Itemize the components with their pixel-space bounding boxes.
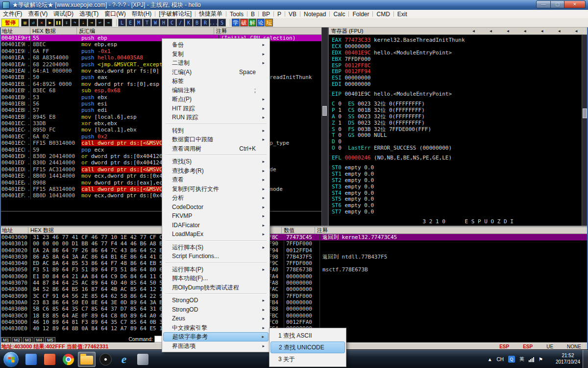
menubar-item[interactable]: 选项(T) xyxy=(76,10,101,18)
context-menu-item[interactable]: 复制▸ xyxy=(163,50,269,59)
stack-row[interactable]: 0012FFB400000000 xyxy=(250,299,588,306)
run-icon[interactable]: ▶ xyxy=(46,19,54,26)
disassembly-row[interactable]: 00401EC2.33DBxor ebx,ebx xyxy=(0,120,321,127)
register-line[interactable]: EIP 00401E9C hello.<ModuleEntryPoint> xyxy=(332,91,582,98)
context-menu-item[interactable]: 转到▸ xyxy=(163,126,269,135)
toolbar-plugin-button[interactable]: M xyxy=(135,19,143,26)
context-menu-item[interactable]: 备份▸ xyxy=(163,40,269,50)
stack-row[interactable]: 0012FF9877B437F5返回到 ntdll.77B437F5 xyxy=(250,254,588,260)
disassembly-row[interactable]: 00401EC4.895D FCmov [local.1],ebx xyxy=(0,127,321,133)
menubar-item[interactable]: B xyxy=(248,11,258,18)
disassembly-row[interactable]: 00401EDE.FF15 AC314000call dword ptr ds:… xyxy=(0,166,321,173)
context-menu-item[interactable]: 查看调用树Ctrl+K xyxy=(163,144,269,154)
trace-into-icon[interactable]: ⇣ xyxy=(79,19,87,26)
register-line[interactable]: T 0 GS 0000 NULL xyxy=(332,132,582,139)
context-menu-item[interactable]: 断点(P)▸ xyxy=(163,95,269,104)
context-menu-item[interactable]: 超级字串参考▸ xyxy=(163,332,269,342)
context-menu-item[interactable]: StrongOD▸ xyxy=(163,296,269,305)
stack-row[interactable]: 0012FFAC00000000 xyxy=(250,286,588,292)
disassembly-row[interactable]: 00401ED7.830D 24414000or dword ptr ds:[0… xyxy=(0,159,321,166)
menubar-item[interactable]: CMD xyxy=(373,11,392,18)
disassembly-row[interactable]: 00401EE4.8B0D 14414000mov ecx,dword ptr … xyxy=(0,173,321,179)
disassembly-row[interactable]: 00401EBF.8945 E8mov [local.6],esp xyxy=(0,114,321,120)
disassembly-row[interactable]: 00401EEA.8908mov dword ptr ds:[eax],ecx xyxy=(0,180,321,186)
context-menu-item[interactable]: 编辑注释; xyxy=(163,86,269,95)
toolbar-plugin-button[interactable]: S xyxy=(218,19,226,26)
register-line[interactable]: EDI 00000000 xyxy=(332,81,582,88)
menubar-item[interactable]: [学破解论坛] xyxy=(156,10,195,18)
stack-row[interactable]: 0012FFB07FFDF000 xyxy=(250,293,588,299)
context-menu-item[interactable]: 中文搜索引擎▸ xyxy=(163,323,269,333)
context-menu-item[interactable]: 二进制▸ xyxy=(163,58,269,68)
disassembly-row[interactable]: 00401EC9.FF15 B0314000call dword ptr ds:… xyxy=(0,140,321,146)
disassembly-row[interactable]: 00401EBE.57push edi xyxy=(0,107,321,113)
menubar-item[interactable]: Exit xyxy=(394,11,410,18)
disassembly-row[interactable]: 00401EA1.68 A8354000push hello.004035A8 xyxy=(0,54,321,61)
menubar-item[interactable]: 帮助(H) xyxy=(129,10,155,18)
collapse-arrow-icon[interactable]: ◄ xyxy=(489,29,492,33)
context-menu-item[interactable]: 查看▸ xyxy=(163,175,269,184)
trace-over-icon[interactable]: ⇥ xyxy=(88,19,96,26)
open-icon[interactable]: ▤ xyxy=(21,19,29,26)
context-menu-item[interactable]: StrongOD▸ xyxy=(163,305,269,315)
menubar-item[interactable]: Notepad xyxy=(301,11,329,18)
stack-row[interactable]: 0012FFA400000000 xyxy=(250,273,588,280)
context-menu-item[interactable]: 汇编(A)Space xyxy=(163,68,269,77)
context-menu-item[interactable]: 数据窗口中跟随▸ xyxy=(163,135,269,144)
disassembly-row[interactable]: 00401EB2.64:8925 0000mov dword ptr fs:[0… xyxy=(0,81,321,87)
disassembly-row[interactable]: 00401ECF.59pop ecx xyxy=(0,147,321,153)
tray-qq-icon[interactable]: Q xyxy=(508,356,515,363)
menubar-item[interactable]: 窗口(W) xyxy=(101,10,128,18)
disassembly-row[interactable]: 00401E9D.8BECmov ebp,esp xyxy=(0,41,321,48)
collapse-arrow-icon[interactable]: ◄ xyxy=(523,29,527,33)
toolbar-plugin-button[interactable]: W xyxy=(151,19,159,26)
tray-action-center-icon[interactable]: ⚑ xyxy=(539,357,543,362)
context-menu-item[interactable]: 标签 xyxy=(163,77,269,86)
taskbar-app-disc[interactable] xyxy=(97,352,114,367)
taskbar-app-gray[interactable] xyxy=(134,352,151,367)
toolbar-plugin-button[interactable]: K xyxy=(185,19,193,26)
menubar-item[interactable]: Calc xyxy=(330,11,348,18)
close-process-icon[interactable]: ✕ xyxy=(38,19,46,26)
close-button[interactable]: ✕ xyxy=(564,0,586,8)
stack-row[interactable]: 0012FF907FFDF000 xyxy=(250,240,588,247)
collapse-arrow-icon[interactable]: ◄ xyxy=(506,29,510,33)
taskbar-clock[interactable]: 21:52 2017/10/24 xyxy=(556,352,580,365)
disassembly-row[interactable]: 00401ED0.830D 20414000or dword ptr ds:[0… xyxy=(0,153,321,159)
taskbar-explorer[interactable] xyxy=(78,352,96,367)
context-menu-item[interactable]: Zeus▸ xyxy=(163,314,269,323)
menubar-item[interactable]: 查看(V) xyxy=(25,10,50,18)
step-over-icon[interactable]: ↷ xyxy=(71,19,79,26)
context-menu-item[interactable]: Script Functions... xyxy=(163,252,269,261)
taskbar-chrome[interactable] xyxy=(59,352,77,367)
tray-ime-mode[interactable]: 英 xyxy=(519,356,524,363)
scrollbar-thumb[interactable] xyxy=(583,108,587,118)
collapse-arrow-icon[interactable]: ◄ xyxy=(540,29,544,33)
context-menu-item[interactable]: 复制到可执行文件▸ xyxy=(163,184,269,194)
context-menu-item[interactable]: 分析▸ xyxy=(163,193,269,203)
menubar-item[interactable]: 文件(F) xyxy=(0,10,25,18)
context-menu-item[interactable]: LoadMapEx▸ xyxy=(163,230,269,239)
menubar-item[interactable]: Tools xyxy=(227,11,246,18)
toolbar-plugin-button[interactable]: E xyxy=(126,19,134,26)
stack-row[interactable]: 0012FF940012FFD4 xyxy=(250,247,588,254)
show-desktop-button[interactable] xyxy=(583,350,588,368)
disassembly-row[interactable]: 00401EB9.83EC 68sub esp,0x68 xyxy=(0,87,321,94)
tray-expand-icon[interactable]: ▲ xyxy=(488,357,492,362)
menubar-item[interactable]: VB xyxy=(286,11,299,18)
disassembly-row[interactable]: 00401EF2.8B0D 10414000mov ecx,dword ptr … xyxy=(0,192,321,199)
maximize-button[interactable]: ▢ xyxy=(551,0,564,8)
toolbar-plugin-button[interactable]: ... xyxy=(210,19,218,26)
context-menu-item[interactable]: 脚本功能(F)... xyxy=(163,274,269,283)
toolbar-brand-button[interactable]: 破 xyxy=(240,19,248,26)
restart-icon[interactable]: ↺ xyxy=(29,19,37,26)
context-menu-item[interactable]: 查找(S)▸ xyxy=(163,157,269,166)
start-button[interactable] xyxy=(3,351,19,368)
stack-row[interactable]: 0012FF9C7FFDF000 xyxy=(250,260,588,266)
collapse-arrow-icon[interactable]: ◄ xyxy=(574,29,578,33)
pause-icon[interactable]: ❚❚ xyxy=(54,19,62,26)
stack-row[interactable]: 0012FFA800000000 xyxy=(250,280,588,286)
toolbar-brand-button[interactable]: 学 xyxy=(232,19,240,26)
register-line[interactable]: O 0 LastErr ERROR_SUCCESS (00000000) xyxy=(332,145,582,152)
tray-input-language[interactable]: CH xyxy=(497,357,504,362)
